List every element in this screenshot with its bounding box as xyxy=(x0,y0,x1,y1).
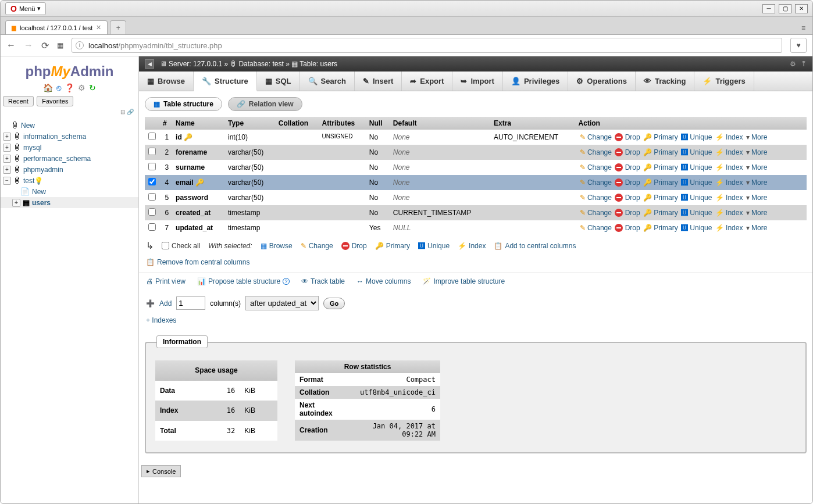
action-drop[interactable]: Drop xyxy=(615,194,640,202)
action-more[interactable]: ▾ More xyxy=(746,178,768,187)
bulk-add-central[interactable]: 📋 Add to central columns xyxy=(494,242,576,250)
top-tab-import[interactable]: ➥Import xyxy=(452,72,502,91)
tree-item-users[interactable]: +▦users xyxy=(1,197,138,208)
row-checkbox[interactable] xyxy=(148,148,156,155)
help-icon[interactable]: ? xyxy=(283,278,290,285)
row-checkbox[interactable] xyxy=(148,223,156,231)
action-more[interactable]: ▾ More xyxy=(746,194,768,202)
top-tab-privileges[interactable]: 👤Privileges xyxy=(503,72,568,91)
bulk-drop[interactable]: Drop xyxy=(341,242,367,250)
action-change[interactable]: ✎ Change xyxy=(580,194,612,202)
action-primary[interactable]: 🔑 Primary xyxy=(643,148,678,156)
maximize-button[interactable]: ▢ xyxy=(779,4,791,13)
action-index[interactable]: ⚡ Index xyxy=(715,163,743,171)
add-count-input[interactable] xyxy=(176,296,205,310)
minimize-button[interactable]: ─ xyxy=(762,4,775,13)
reload-nav-icon[interactable]: ↻ xyxy=(89,83,96,92)
indexes-toggle[interactable]: + Indexes xyxy=(139,316,812,330)
new-tab-button[interactable]: + xyxy=(110,20,126,34)
action-unique[interactable]: 🆄 Unique xyxy=(681,133,712,141)
bulk-browse[interactable]: ▦ Browse xyxy=(261,242,293,250)
action-drop[interactable]: Drop xyxy=(615,224,640,232)
site-info-icon[interactable]: i xyxy=(76,41,84,49)
action-unique[interactable]: 🆄 Unique xyxy=(681,148,712,156)
docs-icon[interactable]: ❓ xyxy=(65,83,74,92)
action-drop[interactable]: Drop xyxy=(615,209,640,217)
bulk-unique[interactable]: 🆄 Unique xyxy=(418,242,450,250)
action-change[interactable]: ✎ Change xyxy=(580,163,612,171)
settings-icon[interactable]: ⚙ xyxy=(78,83,85,92)
bulk-remove-central[interactable]: 📋 Remove from central columns xyxy=(146,258,249,266)
action-more[interactable]: ▾ More xyxy=(746,133,768,141)
recent-tab[interactable]: Recent xyxy=(3,96,34,106)
tree-db-test[interactable]: −🛢test 💡 xyxy=(1,175,138,186)
tool-propose[interactable]: 📊 Propose table structure ? xyxy=(197,277,290,285)
page-settings-icon[interactable]: ⚙ xyxy=(790,60,796,68)
action-index[interactable]: ⚡ Index xyxy=(715,178,743,187)
action-index[interactable]: ⚡ Index xyxy=(715,209,743,217)
expand-icon[interactable]: + xyxy=(12,199,20,207)
action-index[interactable]: ⚡ Index xyxy=(715,148,743,156)
top-tab-search[interactable]: 🔍Search xyxy=(300,72,355,91)
tab-close-icon[interactable]: ✕ xyxy=(96,24,101,31)
opera-menu-button[interactable]: O Menü ▾ xyxy=(5,2,46,15)
back-button[interactable]: ← xyxy=(6,40,16,51)
bc-table-link[interactable]: users xyxy=(320,60,337,68)
forward-button[interactable]: → xyxy=(24,40,33,51)
tree-item-New[interactable]: 📄New xyxy=(1,186,138,197)
top-tab-structure[interactable]: 🔧Structure xyxy=(194,72,257,91)
action-drop[interactable]: Drop xyxy=(615,163,640,171)
action-unique[interactable]: 🆄 Unique xyxy=(681,209,712,217)
row-checkbox[interactable] xyxy=(148,208,156,216)
top-tab-triggers[interactable]: ⚡Triggers xyxy=(694,72,754,91)
tree-new[interactable]: 🛢New xyxy=(1,120,138,131)
action-more[interactable]: ▾ More xyxy=(746,224,768,232)
action-more[interactable]: ▾ More xyxy=(746,209,768,217)
tree-db-mysql[interactable]: +🛢mysql xyxy=(1,142,138,153)
action-change[interactable]: ✎ Change xyxy=(580,209,612,217)
action-primary[interactable]: 🔑 Primary xyxy=(643,194,678,202)
action-primary[interactable]: 🔑 Primary xyxy=(643,163,678,171)
favorites-tab[interactable]: Favorites xyxy=(37,96,73,106)
tool-print[interactable]: 🖨 Print view xyxy=(146,277,186,285)
action-drop[interactable]: Drop xyxy=(615,148,640,156)
action-primary[interactable]: 🔑 Primary xyxy=(643,209,678,217)
tree-db-phpmyadmin[interactable]: +🛢phpmyadmin xyxy=(1,164,138,175)
bulk-index[interactable]: ⚡ Index xyxy=(458,242,486,250)
action-unique[interactable]: 🆄 Unique xyxy=(681,194,712,202)
expand-icon[interactable]: − xyxy=(3,177,11,185)
tool-improve[interactable]: 🪄 Improve table structure xyxy=(422,277,505,285)
action-primary[interactable]: 🔑 Primary xyxy=(643,224,678,232)
action-unique[interactable]: 🆄 Unique xyxy=(681,224,712,232)
action-primary[interactable]: 🔑 Primary xyxy=(643,178,678,187)
bulk-primary[interactable]: 🔑 Primary xyxy=(375,242,410,250)
reload-button[interactable]: ⟳ xyxy=(41,40,49,51)
row-checkbox[interactable] xyxy=(148,193,156,201)
expand-icon[interactable]: + xyxy=(3,155,11,163)
add-position-select[interactable]: after updated_at xyxy=(245,296,319,310)
action-index[interactable]: ⚡ Index xyxy=(715,133,743,141)
action-drop[interactable]: Drop xyxy=(615,133,640,141)
check-all[interactable]: Check all xyxy=(162,242,200,250)
browser-tab[interactable]: ▆ localhost / 127.0.0.1 / test ✕ xyxy=(5,20,108,34)
tool-move[interactable]: ↔ Move columns xyxy=(356,277,411,285)
action-unique[interactable]: 🆄 Unique xyxy=(681,163,712,171)
nav-collapse-button[interactable]: ◀ xyxy=(145,59,154,69)
action-unique[interactable]: 🆄 Unique xyxy=(681,178,712,187)
action-more[interactable]: ▾ More xyxy=(746,148,768,156)
logout-icon[interactable]: ⎋ xyxy=(56,83,61,92)
row-checkbox[interactable] xyxy=(148,133,156,140)
tab-menu-icon[interactable]: ≡ xyxy=(799,22,808,34)
subtab-relation-view[interactable]: 🔗 Relation view xyxy=(228,97,302,111)
top-tab-tracking[interactable]: 👁Tracking xyxy=(636,72,694,91)
action-change[interactable]: ✎ Change xyxy=(580,178,612,187)
expand-icon[interactable]: + xyxy=(3,133,11,141)
page-top-icon[interactable]: ⤒ xyxy=(801,60,807,68)
bookmark-button[interactable]: ♥ xyxy=(790,38,807,53)
console-toggle[interactable]: ▸ Console xyxy=(141,465,181,477)
action-change[interactable]: ✎ Change xyxy=(580,224,612,232)
close-button[interactable]: ✕ xyxy=(795,4,808,13)
subtab-table-structure[interactable]: ▦ Table structure xyxy=(145,97,222,111)
address-bar[interactable]: i localhost/phpmyadmin/tbl_structure.php xyxy=(72,38,782,53)
collapse-icon[interactable]: ⊟ xyxy=(120,109,125,115)
